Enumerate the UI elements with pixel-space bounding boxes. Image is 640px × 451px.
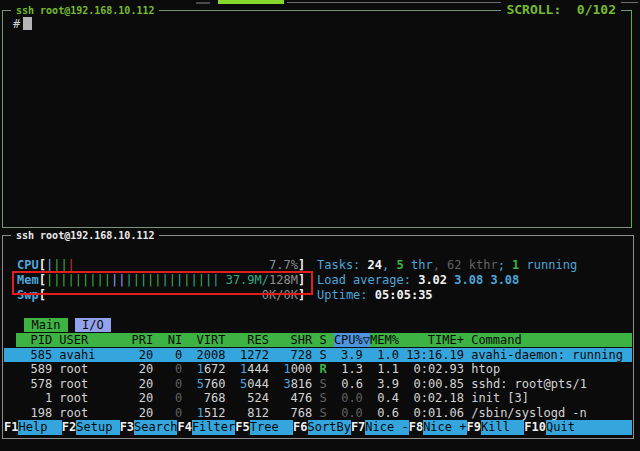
header-sort-column-cpu[interactable]: CPU%▽ [334,333,370,347]
tab-main[interactable]: Main [24,318,67,332]
text-segment [226,377,240,391]
htop-tab-bar: Main I/O [17,318,111,333]
text-segment: 000 [291,362,313,376]
text-cursor [23,17,32,30]
process-row-pid-578[interactable]: 578 root 20 0 5760 5044 3816 S 0.6 3.9 0… [4,377,632,392]
text-segment: 578 root 20 [16,377,175,391]
tab-i-o[interactable]: I/O [75,318,111,332]
fnkey-f9[interactable]: F9 [467,420,481,435]
text-segment: 3.08 [490,273,519,287]
text-segment: 62 kthr [447,258,498,272]
window-edge-artifact-dash [196,2,210,4]
text-segment [269,377,283,391]
fnkey-f2[interactable]: F2 [62,420,76,435]
text-segment: R [320,362,327,376]
text-segment: 1 [283,362,290,376]
fnlabel-setup[interactable]: Setup [76,420,119,435]
scroll-indicator: SCROLL: 0/102 [501,2,621,18]
fnlabel-search[interactable]: Search [134,420,177,435]
shell-prompt[interactable]: # [13,17,32,32]
text-segment: 044 [247,377,269,391]
top-terminal-pane[interactable]: ssh root@192.168.10.112 SCROLL: 0/102 # [2,10,632,228]
column-header-row[interactable]: PID USER PRI NI VIRT RES SHR S CPU%▽MEM%… [4,333,632,348]
text-segment [182,406,196,420]
text-segment: Load average: [317,273,418,287]
text-segment: 512 [204,406,226,420]
fnlabel-kill[interactable]: Kill [481,420,524,435]
text-segment: 0.0 [341,406,363,420]
cpu-meter-label: CPU [17,258,39,272]
text-segment: , [433,258,447,272]
htop-stats: Tasks: 24, 5 thr, 62 kthr; 1 runningLoad… [317,258,577,303]
fnlabel-nice-[interactable]: Nice + [423,420,466,435]
uptime-line: Uptime: 05:05:35 [317,288,577,303]
tab-gap [68,318,75,332]
text-segment: Tasks: [317,258,368,272]
fnkey-f6[interactable]: F6 [293,420,307,435]
text-segment: S [320,377,327,391]
top-pane-title: ssh root@192.168.10.112 [11,3,159,18]
fnkey-f7[interactable]: F7 [351,420,365,435]
text-segment: Uptime: [317,288,375,302]
process-row-pid-585[interactable]: 585 avahi 20 0 2008 1272 728 S 3.9 1.0 1… [4,348,632,363]
text-segment: 585 avahi 20 0 2008 1272 728 S 3.9 1.0 1… [16,348,623,362]
text-segment: 7.7% [269,258,298,272]
terminal-screen: ssh root@192.168.10.112 SCROLL: 0/102 # … [0,0,640,451]
fnkey-f10[interactable]: F10 [524,420,546,435]
text-segment: ; [498,258,512,272]
text-segment: 768 524 476 [182,391,319,405]
htop-function-key-bar: F1Help F2Setup F3SearchF4FilterF5Tree F6… [4,420,632,435]
process-row-pid-589[interactable]: 589 root 20 0 1672 1444 1000 R 1.3 1.1 0… [4,362,632,377]
prompt-symbol: # [13,17,20,31]
text-segment [312,377,319,391]
text-segment: 3.08 [454,273,490,287]
fnkey-f8[interactable]: F8 [409,420,423,435]
text-segment: 589 root 20 [16,362,175,376]
text-segment: running [519,258,577,272]
fnlabel-sortby[interactable]: SortBy [308,420,351,435]
text-segment: 0.6 3.9 0:00.85 sshd: root@pts/1 [327,377,587,391]
text-segment: S [319,406,326,420]
meter-close-bracket: ] [298,258,305,272]
fnkey-f3[interactable]: F3 [120,420,134,435]
fnkey-f4[interactable]: F4 [177,420,191,435]
text-segment: 198 root 20 [16,406,175,420]
text-segment: 1 [197,406,204,420]
htop-app: CPU[||||7.7%]Mem[|||||||||||||||||||||||… [3,236,633,438]
mem-highlight-box [12,271,313,295]
text-segment [182,362,196,376]
text-segment [182,377,196,391]
text-segment: || [53,258,67,272]
text-segment: 816 [291,377,313,391]
text-segment: | [68,258,75,272]
text-segment: S [319,391,326,405]
text-segment: 1 root 20 [16,391,175,405]
text-segment: 05:05:35 [375,288,433,302]
meter-open-bracket: [ [39,258,46,272]
text-segment [312,362,319,376]
fnkey-f5[interactable]: F5 [235,420,249,435]
process-row-pid-1[interactable]: 1 root 20 0 768 524 476 S 0.0 0.4 0:02.1… [4,391,632,406]
text-segment: 1.3 1.1 0:02.93 htop [327,362,500,376]
text-segment: 0.0 [341,391,363,405]
bottom-terminal-pane[interactable]: ssh root@192.168.10.112 CPU[||||7.7%]Mem… [2,235,634,439]
text-segment: 812 768 [226,406,320,420]
text-segment: 1 [197,362,204,376]
text-segment: 0.4 0:02.18 init [3] [363,391,529,405]
header-right-columns[interactable]: MEM% TIME+ Command [370,333,632,347]
tasks-line: Tasks: 24, 5 thr, 62 kthr; 1 running [317,258,577,273]
fnlabel-filter[interactable]: Filter [192,420,235,435]
text-segment: 0.6 0:01.06 /sbin/syslogd -n [363,406,587,420]
text-segment: 672 [204,362,226,376]
fnkey-f1[interactable]: F1 [4,420,18,435]
text-segment [327,391,341,405]
process-row-pid-198[interactable]: 198 root 20 0 1512 812 768 S 0.0 0.6 0:0… [4,406,632,421]
header-left-columns[interactable]: PID USER PRI NI VIRT RES SHR S [16,333,334,347]
fnlabel-help[interactable]: Help [18,420,61,435]
fnlabel-quit[interactable]: Quit [546,420,632,435]
fnlabel-nice-[interactable]: Nice - [365,420,408,435]
text-segment: 24 [368,258,382,272]
fnlabel-tree[interactable]: Tree [250,420,293,435]
text-segment [226,362,240,376]
text-segment [327,406,341,420]
